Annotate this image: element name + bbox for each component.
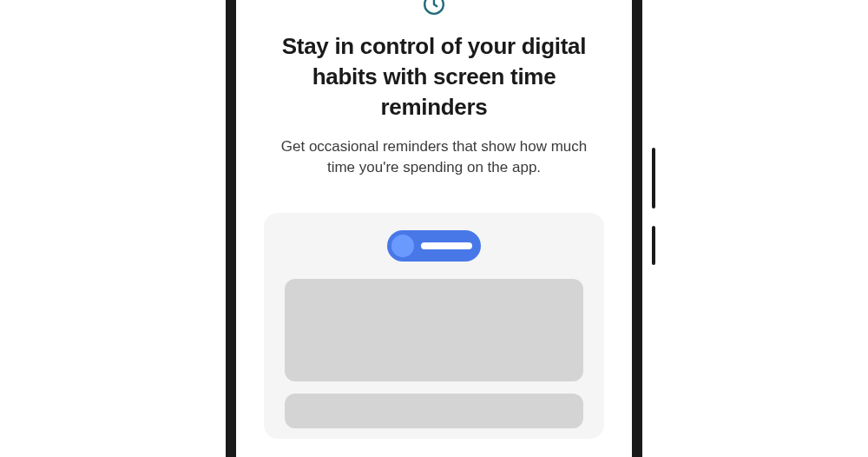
toggle-knob — [391, 235, 414, 257]
toggle-bar — [421, 242, 472, 249]
phone-side-button — [652, 226, 655, 265]
screen-content: Stay in control of your digital habits w… — [236, 0, 632, 439]
clock-icon — [423, 0, 445, 16]
page-title: Stay in control of your digital habits w… — [260, 31, 608, 123]
illustration-container — [264, 213, 604, 439]
placeholder-card-small — [285, 394, 583, 428]
phone-side-button — [652, 148, 655, 209]
toggle-illustration — [387, 230, 481, 262]
phone-frame: Stay in control of your digital habits w… — [226, 0, 642, 457]
placeholder-card — [285, 279, 583, 381]
page-description: Get occasional reminders that show how m… — [260, 136, 608, 178]
